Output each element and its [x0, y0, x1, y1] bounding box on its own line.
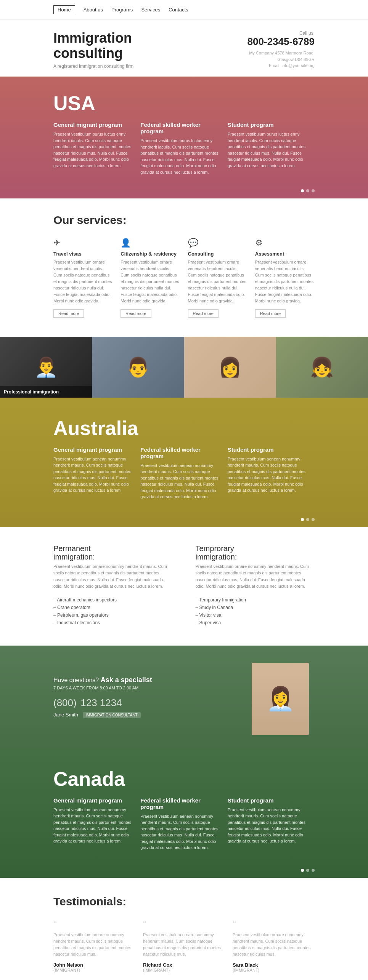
testimonials-grid: “ Praesent vestibulum ornare nonummy hen…: [53, 919, 315, 972]
dot-3[interactable]: [312, 189, 315, 192]
usa-carousel-dots: [301, 189, 315, 192]
aus-program-1-title: General migrant program: [53, 446, 131, 453]
canada-program-3: Student program Praesent vestibulum aene…: [228, 797, 315, 851]
testimonial-1-text: Praesent vestibulum ornare nonummy hendr…: [53, 932, 135, 958]
can-program-2-text: Praesent vestibulum aenean nonummy hendr…: [140, 813, 218, 851]
can-dot-3[interactable]: [312, 869, 315, 872]
dot-1[interactable]: [301, 189, 304, 192]
assessment-icon: ⚙: [255, 238, 315, 248]
permanent-title: Permanent immigration:: [53, 544, 173, 561]
quote-icon-2: “: [143, 919, 225, 930]
can-program-3-text: Praesent vestibulum aenean nonummy hendr…: [228, 807, 305, 844]
canada-programs: General migrant program Praesent vestibu…: [53, 797, 315, 851]
perm-item-2: Crane operators: [53, 604, 173, 611]
aus-dot-1[interactable]: [301, 518, 304, 521]
immigration-section: Permanent immigration: Praesent vestibul…: [0, 527, 368, 646]
specialist-hours: 7 DAYS A WEEK FROM 8:00 AM TO 2:00 AM: [53, 686, 246, 690]
have-questions-text: Have questions? Ask a specialist: [53, 676, 246, 684]
temp-item-2: Study in Canada: [196, 604, 315, 611]
dot-2[interactable]: [306, 189, 309, 192]
services-grid: ✈ Travel visas Praesent vestibulum ornar…: [53, 238, 315, 317]
temp-item-1: Temporary Immigration: [196, 596, 315, 604]
can-dot-1[interactable]: [301, 869, 304, 872]
temporary-list: Temporary Immigration Study in Canada Vi…: [196, 596, 315, 627]
main-nav: Home About us Programs Services Contacts: [0, 0, 368, 20]
can-program-2-title: Federal skilled worker program: [140, 797, 218, 810]
testimonial-3-name: Sara Black: [233, 962, 315, 968]
photo-face-3: 👩: [184, 337, 276, 398]
specialist-section: Have questions? Ask a specialist 7 DAYS …: [0, 646, 368, 748]
nav-item-about[interactable]: About us: [84, 7, 103, 13]
canada-program-2: Federal skilled worker program Praesent …: [140, 797, 227, 851]
services-section: Our services: ✈ Travel visas Praesent ve…: [0, 198, 368, 336]
testimonial-3-text: Praesent vestibulum ornare nonummy hendr…: [233, 932, 315, 958]
service-assessment: ⚙ Assessment Praesent vestibulum ornare …: [255, 238, 315, 317]
photo-person-glasses: 👨: [92, 337, 184, 398]
temporary-text: Praesent vestibulum ornare nonummy hendr…: [196, 563, 315, 590]
phone-number: 800-2345-6789: [247, 36, 315, 48]
temporary-immigration: Temprorary immigration: Praesent vestibu…: [196, 544, 315, 627]
service-2-readmore[interactable]: Read more: [121, 309, 151, 318]
aus-program-2-title: Federal skilled worker program: [140, 446, 218, 459]
service-1-readmore[interactable]: Read more: [53, 309, 84, 318]
perm-item-1: Aircraft mechanics inspectors: [53, 596, 173, 604]
header-contact: Call us: 800-2345-6789 My Company 4578 M…: [247, 30, 315, 69]
service-consulting: 💬 Consulting Praesent vestibulum ornare …: [188, 238, 247, 317]
usa-program-3-title: Student program: [228, 122, 305, 128]
usa-program-2: Federal skilled worker program Praesent …: [140, 122, 227, 175]
canada-carousel-dots: [301, 869, 315, 872]
nav-item-home[interactable]: Home: [53, 5, 75, 14]
aus-program-3-text: Praesent vestibulum aenean nonummy hendr…: [228, 456, 305, 494]
nav-item-programs[interactable]: Programs: [111, 7, 133, 13]
consultant-badge: IMMIGRATION CONSULTANT: [83, 712, 141, 718]
temp-item-3: Visitor visa: [196, 611, 315, 619]
testimonial-1-role: (IMMIGRANT): [53, 968, 135, 972]
consultant-info: Jane Smith IMMIGRATION CONSULTANT: [53, 712, 246, 718]
permanent-list: Aircraft mechanics inspectors Crane oper…: [53, 596, 173, 627]
service-3-readmore[interactable]: Read more: [188, 309, 219, 318]
page-header: Immigration consulting A registered immi…: [0, 20, 368, 77]
testimonial-1: “ Praesent vestibulum ornare nonummy hen…: [53, 919, 135, 972]
testimonials-section: Testimonials: “ Praesent vestibulum orna…: [0, 878, 368, 980]
service-citizenship: 👤 Citizenship & residency Praesent vesti…: [121, 238, 180, 317]
site-subtitle: A registered immigration consulting firm: [53, 64, 133, 69]
service-2-text: Praesent vestibulum ornare venenatis hen…: [121, 259, 180, 304]
consulting-icon: 💬: [188, 238, 247, 248]
canada-title: Canada: [53, 767, 315, 790]
immigration-grid: Permanent immigration: Praesent vestibul…: [53, 544, 315, 627]
usa-program-1: General migrant program Praesent vestibu…: [53, 122, 140, 175]
hero-canada: Canada General migrant program Praesent …: [0, 748, 368, 878]
photo-professional-immigration: 👨‍💼 Professional immigration: [0, 337, 92, 398]
aus-program-2-text: Praesent vestibulum aenean nonummy hendr…: [140, 462, 218, 500]
nav-item-contacts[interactable]: Contacts: [169, 7, 188, 13]
hero-usa: USA General migrant program Praesent ves…: [0, 77, 368, 198]
photo-label: Professional immigration: [0, 386, 92, 398]
can-program-1-title: General migrant program: [53, 797, 131, 804]
can-dot-2[interactable]: [306, 869, 309, 872]
address: My Company 4578 Marmora Road, Glasgow D0…: [247, 50, 315, 69]
photo-strip: 👨‍💼 Professional immigration 👨 👩 👧: [0, 337, 368, 398]
temporary-title: Temprorary immigration:: [196, 544, 315, 561]
aus-dot-3[interactable]: [312, 518, 315, 521]
service-4-readmore[interactable]: Read more: [255, 309, 286, 318]
usa-programs: General migrant program Praesent vestibu…: [53, 122, 315, 175]
hero-australia: Australia General migrant program Praese…: [0, 398, 368, 527]
aus-dot-2[interactable]: [306, 518, 309, 521]
australia-program-1: General migrant program Praesent vestibu…: [53, 446, 140, 500]
service-travel-visas: ✈ Travel visas Praesent vestibulum ornar…: [53, 238, 113, 317]
service-2-title: Citizenship & residency: [121, 251, 180, 257]
testimonial-2-role: (IMMIGRANT): [143, 968, 225, 972]
photo-woman-smiling: 👩: [184, 337, 276, 398]
photo-girl: 👧: [276, 337, 368, 398]
perm-item-3: Petroleum, gas operators: [53, 611, 173, 619]
testimonial-1-name: John Nelson: [53, 962, 135, 968]
permanent-text: Praesent vestibulum ornare nonummy hendr…: [53, 563, 173, 590]
specialist-photo-area: 👩‍💼: [246, 659, 315, 735]
services-title: Our services:: [53, 214, 315, 227]
specialist-avatar: 👩‍💼: [252, 663, 309, 735]
usa-program-2-text: Praesent vestibulum purus luctus enny he…: [140, 137, 218, 175]
service-1-title: Travel visas: [53, 251, 113, 257]
usa-program-1-text: Praesent vestibulum purus luctus enny he…: [53, 131, 131, 169]
nav-item-services[interactable]: Services: [141, 7, 160, 13]
travel-visas-icon: ✈: [53, 238, 113, 248]
